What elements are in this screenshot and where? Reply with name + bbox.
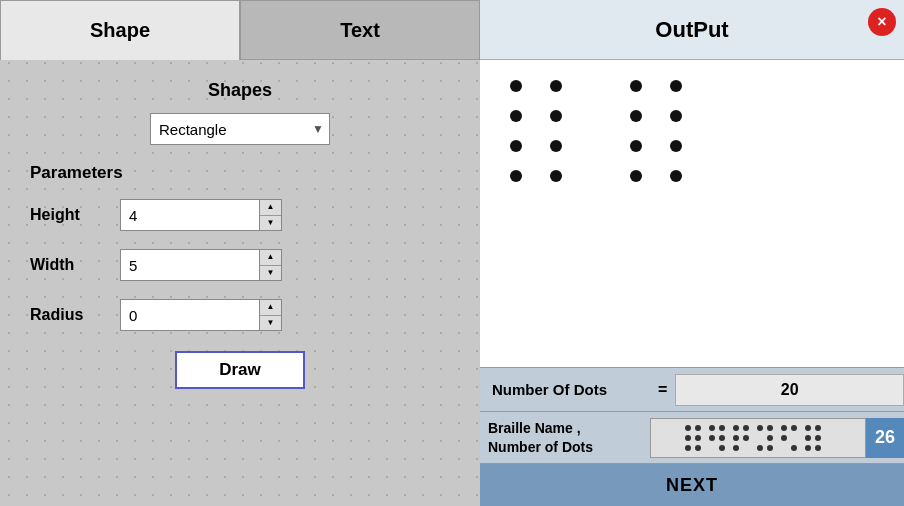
svg-point-24 xyxy=(791,445,797,451)
svg-point-6 xyxy=(709,425,715,431)
dot-row-3 xyxy=(510,140,874,152)
dot xyxy=(510,110,522,122)
svg-point-8 xyxy=(719,425,725,431)
svg-point-28 xyxy=(815,425,821,431)
dot-row-1 xyxy=(510,80,874,92)
dot xyxy=(510,80,522,92)
number-of-dots-row: Number Of Dots = 20 xyxy=(480,367,904,411)
dot-row-4 xyxy=(510,170,874,182)
height-input[interactable] xyxy=(120,199,260,231)
svg-point-12 xyxy=(733,435,739,441)
dot xyxy=(630,140,642,152)
svg-point-20 xyxy=(767,445,773,451)
dot xyxy=(670,140,682,152)
shape-select-wrapper: Rectangle Circle Triangle Line xyxy=(150,113,330,145)
dot xyxy=(550,110,562,122)
draw-button[interactable]: Draw xyxy=(175,351,305,389)
output-bottom: Number Of Dots = 20 Braille Name ,Number… xyxy=(480,367,904,506)
width-spinner-buttons: ▲ ▼ xyxy=(260,249,282,281)
svg-point-23 xyxy=(791,425,797,431)
svg-point-14 xyxy=(743,425,749,431)
svg-point-19 xyxy=(767,435,773,441)
draw-btn-container: Draw xyxy=(30,351,450,389)
radius-down-button[interactable]: ▼ xyxy=(260,316,281,331)
svg-point-27 xyxy=(805,445,811,451)
dot-empty xyxy=(590,110,602,122)
panel-content: Shapes Rectangle Circle Triangle Line Pa… xyxy=(0,60,480,506)
number-of-dots-label: Number Of Dots xyxy=(480,381,650,398)
right-panel: OutPut × xyxy=(480,0,904,506)
svg-point-16 xyxy=(757,425,763,431)
svg-point-9 xyxy=(719,435,725,441)
svg-point-13 xyxy=(733,445,739,451)
svg-point-7 xyxy=(709,435,715,441)
svg-point-25 xyxy=(805,425,811,431)
svg-point-0 xyxy=(685,425,691,431)
radius-spinner-buttons: ▲ ▼ xyxy=(260,299,282,331)
close-button[interactable]: × xyxy=(868,8,896,36)
svg-point-11 xyxy=(733,425,739,431)
width-input[interactable] xyxy=(120,249,260,281)
width-down-button[interactable]: ▼ xyxy=(260,266,281,281)
dot xyxy=(550,80,562,92)
width-up-button[interactable]: ▲ xyxy=(260,250,281,266)
svg-point-30 xyxy=(815,445,821,451)
svg-point-21 xyxy=(781,425,787,431)
dot-empty xyxy=(590,140,602,152)
radius-row: Radius ▲ ▼ xyxy=(30,299,450,331)
svg-point-17 xyxy=(757,445,763,451)
tab-text[interactable]: Text xyxy=(240,0,480,60)
dot-row-2 xyxy=(510,110,874,122)
dot xyxy=(550,140,562,152)
braille-pattern-icon xyxy=(678,420,838,456)
width-row: Width ▲ ▼ xyxy=(30,249,450,281)
shapes-select-container: Rectangle Circle Triangle Line xyxy=(30,113,450,145)
shapes-section-title: Shapes xyxy=(30,80,450,101)
dots-area xyxy=(480,60,904,202)
equals-sign: = xyxy=(650,381,675,399)
output-title: OutPut xyxy=(655,17,728,43)
radius-up-button[interactable]: ▲ xyxy=(260,300,281,316)
svg-point-15 xyxy=(743,435,749,441)
dot-empty xyxy=(590,80,602,92)
radius-label: Radius xyxy=(30,306,120,324)
left-panel: Shape Text Shapes Rectangle Circle Trian… xyxy=(0,0,480,506)
next-button[interactable]: NEXT xyxy=(480,464,904,506)
tab-shape[interactable]: Shape xyxy=(0,0,240,60)
dot xyxy=(670,110,682,122)
dot-empty xyxy=(590,170,602,182)
output-header: OutPut × xyxy=(480,0,904,60)
svg-point-29 xyxy=(815,435,821,441)
height-down-button[interactable]: ▼ xyxy=(260,216,281,231)
dot xyxy=(550,170,562,182)
dot xyxy=(670,170,682,182)
braille-count: 26 xyxy=(866,418,904,458)
dot xyxy=(630,170,642,182)
svg-point-5 xyxy=(695,445,701,451)
radius-spinner: ▲ ▼ xyxy=(120,299,282,331)
height-row: Height ▲ ▼ xyxy=(30,199,450,231)
tab-bar: Shape Text xyxy=(0,0,480,60)
radius-input[interactable] xyxy=(120,299,260,331)
svg-point-26 xyxy=(805,435,811,441)
svg-point-2 xyxy=(685,445,691,451)
height-up-button[interactable]: ▲ xyxy=(260,200,281,216)
svg-point-3 xyxy=(695,425,701,431)
width-spinner: ▲ ▼ xyxy=(120,249,282,281)
svg-point-4 xyxy=(695,435,701,441)
width-label: Width xyxy=(30,256,120,274)
braille-name-row: Braille Name ,Number of Dots xyxy=(480,411,904,463)
braille-display xyxy=(650,418,866,458)
next-btn-row: NEXT xyxy=(480,463,904,506)
svg-point-22 xyxy=(781,435,787,441)
svg-point-10 xyxy=(719,445,725,451)
braille-name-label: Braille Name ,Number of Dots xyxy=(480,419,650,455)
svg-point-18 xyxy=(767,425,773,431)
dot xyxy=(670,80,682,92)
shape-select[interactable]: Rectangle Circle Triangle Line xyxy=(150,113,330,145)
dot xyxy=(510,140,522,152)
dot xyxy=(510,170,522,182)
height-spinner: ▲ ▼ xyxy=(120,199,282,231)
dot xyxy=(630,80,642,92)
height-spinner-buttons: ▲ ▼ xyxy=(260,199,282,231)
